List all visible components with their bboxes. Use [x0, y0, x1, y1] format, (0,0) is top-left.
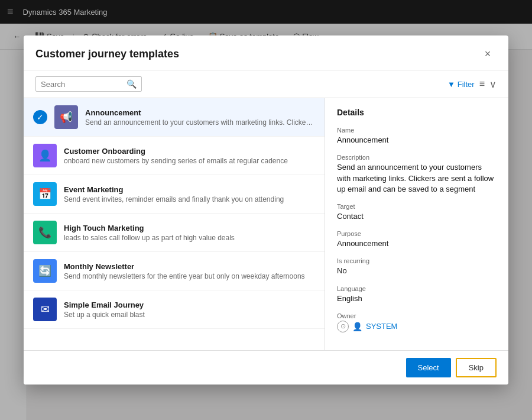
list-item[interactable]: ✓ 📢 Announcement Send an announcement to…	[24, 98, 325, 137]
template-desc: Send an announcement to your customers w…	[85, 118, 315, 127]
detail-owner-field: Owner ⊙ 👤 SYSTEM	[337, 312, 497, 332]
detail-description-field: Description Send an announcement to your…	[337, 154, 497, 195]
modal-header: Customer journey templates ×	[24, 35, 508, 70]
list-item[interactable]: 🔄 Monthly Newsletter Send monthly newsle…	[24, 252, 325, 290]
owner-avatar-icon: ⊙	[337, 321, 349, 332]
description-label: Description	[337, 154, 497, 161]
template-name: Customer Onboarding	[64, 147, 315, 156]
template-name: Event Marketing	[64, 185, 315, 194]
selected-check-icon: ✓	[33, 110, 47, 124]
template-text: Event Marketing Send event invites, remi…	[64, 185, 315, 203]
template-text: Simple Email Journey Set up a quick emai…	[64, 301, 315, 319]
search-input[interactable]	[41, 80, 123, 89]
template-desc: Send event invites, reminder emails and …	[64, 195, 315, 203]
template-text: Customer Onboarding onboard new customer…	[64, 147, 315, 165]
expand-icon: ∨	[489, 79, 497, 90]
purpose-value: Announcement	[337, 238, 497, 249]
description-value: Send an announcement to your customers w…	[337, 162, 497, 195]
list-item[interactable]: 📞 High Touch Marketing leads to sales ca…	[24, 214, 325, 252]
modal-dialog: Customer journey templates × 🔍 ▼ Filter …	[24, 35, 508, 385]
skip-button[interactable]: Skip	[456, 358, 497, 377]
hightouch-icon: 📞	[33, 221, 57, 244]
detail-recurring-field: Is recurring No	[337, 257, 497, 276]
template-name: Monthly Newsletter	[64, 262, 315, 271]
onboarding-icon: 👤	[33, 144, 57, 167]
template-name: High Touch Marketing	[64, 224, 315, 232]
template-text: Announcement Send an announcement to you…	[85, 108, 315, 127]
template-desc: onboard new customers by sending series …	[64, 157, 315, 165]
template-desc: Set up a quick email blast	[64, 311, 315, 319]
owner-row: ⊙ 👤 SYSTEM	[337, 321, 497, 332]
name-label: Name	[337, 127, 497, 134]
list-item[interactable]: 📅 Event Marketing Send event invites, re…	[24, 175, 325, 214]
detail-language-field: Language English	[337, 285, 497, 304]
template-text: Monthly Newsletter Send monthly newslett…	[64, 262, 315, 280]
template-name: Simple Email Journey	[64, 301, 315, 309]
owner-label: Owner	[337, 312, 497, 319]
template-list: ✓ 📢 Announcement Send an announcement to…	[24, 98, 325, 350]
purpose-label: Purpose	[337, 230, 497, 237]
details-heading: Details	[337, 108, 497, 117]
sort-icon: ≡	[479, 79, 485, 89]
newsletter-icon: 🔄	[33, 259, 57, 283]
modal-overlay: Customer journey templates × 🔍 ▼ Filter …	[0, 0, 532, 420]
search-icon: 🔍	[126, 79, 137, 89]
simple-icon: ✉	[33, 298, 57, 321]
template-text: High Touch Marketing leads to sales call…	[64, 224, 315, 242]
modal-title: Customer journey templates	[35, 48, 179, 60]
detail-purpose-field: Purpose Announcement	[337, 230, 497, 249]
recurring-label: Is recurring	[337, 257, 497, 264]
announcement-icon: 📢	[54, 105, 78, 129]
name-value: Announcement	[337, 135, 497, 146]
language-label: Language	[337, 285, 497, 292]
filter-area: ▼ Filter ≡ ∨	[447, 79, 497, 90]
event-icon: 📅	[33, 182, 57, 206]
detail-target-field: Target Contact	[337, 203, 497, 222]
filter-button[interactable]: ▼ Filter	[447, 80, 475, 89]
select-button[interactable]: Select	[406, 358, 451, 377]
search-box: 🔍	[35, 76, 142, 92]
template-name: Announcement	[85, 108, 315, 117]
target-label: Target	[337, 203, 497, 210]
template-desc: leads to sales call follow up as part of…	[64, 234, 315, 242]
detail-name-field: Name Announcement	[337, 127, 497, 146]
modal-footer: Select Skip	[24, 350, 508, 385]
modal-search-bar: 🔍 ▼ Filter ≡ ∨	[24, 70, 508, 98]
close-button[interactable]: ×	[479, 45, 497, 63]
recurring-value: No	[337, 266, 497, 276]
details-panel: Details Name Announcement Description Se…	[325, 98, 508, 350]
language-value: English	[337, 293, 497, 304]
template-desc: Send monthly newsletters for the entire …	[64, 272, 315, 280]
target-value: Contact	[337, 211, 497, 222]
person-icon: 👤	[352, 322, 362, 331]
owner-name: SYSTEM	[366, 322, 397, 331]
list-item[interactable]: ✉ Simple Email Journey Set up a quick em…	[24, 290, 325, 329]
modal-body: ✓ 📢 Announcement Send an announcement to…	[24, 98, 508, 350]
filter-icon: ▼	[447, 80, 455, 89]
list-item[interactable]: 👤 Customer Onboarding onboard new custom…	[24, 137, 325, 175]
